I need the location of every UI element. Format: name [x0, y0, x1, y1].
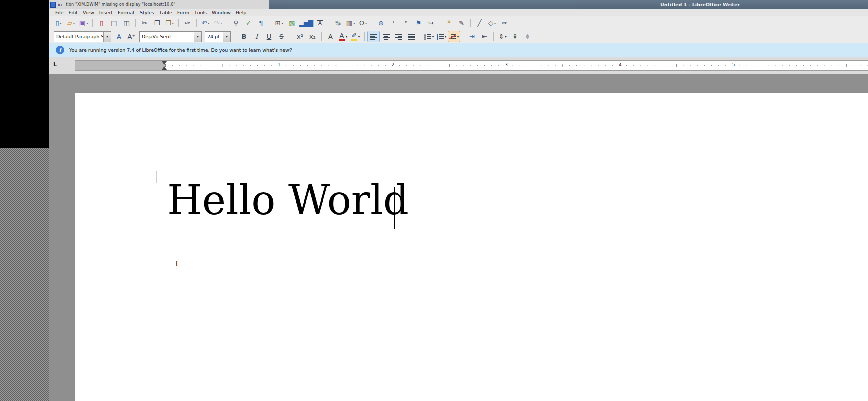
tab-stop-type-button[interactable]: L — [53, 62, 57, 67]
new-document-button[interactable]: ▯▾ — [53, 18, 64, 28]
menu-format[interactable]: Format — [115, 9, 137, 16]
left-indent-marker[interactable] — [162, 66, 167, 70]
menu-help[interactable]: Help — [233, 9, 249, 16]
font-size-select-dropdown[interactable]: ▾ — [223, 32, 230, 42]
paragraph-style-select-dropdown[interactable]: ▾ — [103, 32, 111, 42]
insert-line-button[interactable]: ╱ — [474, 18, 485, 28]
bold-button[interactable]: B — [238, 31, 250, 42]
insert-comment-button[interactable]: ❝ — [443, 18, 455, 28]
cut-button[interactable]: ✂ — [139, 18, 150, 28]
insert-table-dropdown[interactable]: ▾ — [281, 21, 283, 25]
paragraph-style-select[interactable]: Default Paragraph Style▾ — [54, 31, 111, 42]
spelling-button[interactable]: ✓ — [243, 18, 254, 28]
new-document-icon: ▯ — [55, 20, 59, 26]
font-size-select[interactable]: 24 pt▾ — [205, 31, 231, 42]
print-preview-button[interactable]: ◫ — [121, 18, 132, 28]
no-list-button[interactable]: ▾ — [448, 31, 460, 42]
underline-button[interactable]: U — [263, 31, 275, 42]
redo-dropdown[interactable]: ▾ — [220, 21, 222, 25]
document-page[interactable]: Hello World I — [75, 93, 868, 401]
insert-special-character-dropdown[interactable]: ▾ — [365, 21, 367, 25]
insert-special-character-button[interactable]: Ω▾ — [357, 18, 369, 28]
formatting-marks-button[interactable]: ¶ — [255, 18, 267, 28]
insert-image-button[interactable]: ▧ — [286, 18, 298, 28]
standard-toolbar: ▯▾▱▾▣▾▯▤◫✂❐❒▾✑↶▾↷▾⚲✓¶⊞▾▧▂▅▇A↹▦▾Ω▾⊕¹ⁿ⚑↪❝✎… — [49, 16, 868, 30]
highlight-color-button[interactable]: ✐▾ — [350, 31, 361, 42]
strikethrough-button[interactable]: S — [276, 31, 287, 42]
line-spacing-dropdown[interactable]: ▾ — [505, 35, 506, 38]
align-center-button[interactable] — [380, 31, 392, 42]
basic-shapes-button[interactable]: ◇▾ — [486, 18, 498, 28]
update-style-button[interactable]: A — [113, 31, 125, 42]
line-spacing-button[interactable]: ⇕▾ — [497, 31, 508, 42]
first-line-indent-marker[interactable] — [162, 61, 167, 65]
decrease-indent-button[interactable]: ⇤ — [479, 31, 490, 42]
background-window[interactable]: in tion "XIM.DWIM" missing on display "l… — [49, 0, 269, 9]
menu-table[interactable]: Table — [157, 9, 175, 16]
insert-bookmark-button[interactable]: ⚑ — [413, 18, 424, 28]
insert-endnote-button[interactable]: ⁿ — [400, 18, 412, 28]
new-style-button[interactable]: A⁺ — [126, 31, 137, 42]
insert-table-button[interactable]: ⊞▾ — [273, 18, 285, 28]
increase-paragraph-spacing-button[interactable]: ⇞ — [509, 31, 521, 42]
horizontal-ruler[interactable]: 12345 — [75, 60, 868, 71]
show-draw-functions-button[interactable]: ✏ — [499, 18, 510, 28]
clear-direct-formatting-icon: A — [328, 33, 333, 40]
export-pdf-button[interactable]: ▯ — [96, 18, 107, 28]
copy-button[interactable]: ❐ — [151, 18, 163, 28]
open-file-button[interactable]: ▱▾ — [65, 18, 77, 28]
align-right-button[interactable] — [393, 31, 404, 42]
ordered-list-dropdown[interactable]: ▾ — [445, 35, 446, 38]
clear-direct-formatting-button[interactable]: A — [325, 31, 336, 42]
menu-view[interactable]: View — [80, 9, 97, 16]
menu-edit[interactable]: Edit — [66, 9, 80, 16]
menubar: FileEditViewInsertFormatStylesTableFormT… — [49, 9, 868, 17]
titlebar[interactable]: Untitled 1 - LibreOffice Writer — [269, 0, 868, 9]
unordered-list-dropdown[interactable]: ▾ — [432, 35, 434, 38]
superscript-button[interactable]: x² — [294, 31, 306, 42]
paste-dropdown[interactable]: ▾ — [172, 21, 174, 25]
insert-page-break-button[interactable]: ↹ — [332, 18, 344, 28]
highlight-color-dropdown[interactable]: ▾ — [358, 35, 360, 38]
unordered-list-button[interactable]: ▾ — [423, 31, 435, 42]
find-and-replace-button[interactable]: ⚲ — [230, 18, 242, 28]
paste-button[interactable]: ❒▾ — [164, 18, 175, 28]
print-button[interactable]: ▤ — [108, 18, 120, 28]
insert-field-dropdown[interactable]: ▾ — [353, 21, 355, 25]
decrease-paragraph-spacing-button[interactable]: ⇟ — [522, 31, 533, 42]
no-list-dropdown[interactable]: ▾ — [457, 35, 459, 38]
save-dropdown[interactable]: ▾ — [86, 21, 88, 25]
font-color-dropdown[interactable]: ▾ — [346, 35, 347, 38]
insert-field-button[interactable]: ▦▾ — [345, 18, 356, 28]
save-button[interactable]: ▣▾ — [78, 18, 89, 28]
open-file-dropdown[interactable]: ▾ — [73, 21, 75, 25]
insert-cross-reference-button[interactable]: ↪ — [425, 18, 437, 28]
font-color-button[interactable]: A▾ — [337, 31, 349, 42]
track-changes-button[interactable]: ✎ — [456, 18, 467, 28]
menu-styles[interactable]: Styles — [137, 9, 157, 16]
undo-dropdown[interactable]: ▾ — [208, 21, 209, 25]
increase-indent-button[interactable]: ⇥ — [466, 31, 478, 42]
clone-formatting-button[interactable]: ✑ — [182, 18, 193, 28]
insert-hyperlink-button[interactable]: ⊕ — [375, 18, 387, 28]
insert-chart-button[interactable]: ▂▅▇ — [299, 18, 313, 28]
menu-form[interactable]: Form — [175, 9, 192, 16]
basic-shapes-dropdown[interactable]: ▾ — [494, 21, 496, 25]
menu-tools[interactable]: Tools — [192, 9, 209, 16]
toolbar-separator — [364, 32, 365, 41]
subscript-button[interactable]: x₂ — [307, 31, 318, 42]
ordered-list-button[interactable]: ▾ — [436, 31, 447, 42]
font-name-select-dropdown[interactable]: ▾ — [194, 32, 201, 42]
align-left-button[interactable] — [368, 31, 379, 42]
font-name-select[interactable]: DejaVu Serif▾ — [139, 31, 202, 42]
italic-button[interactable]: I — [251, 31, 262, 42]
new-document-dropdown[interactable]: ▾ — [60, 21, 62, 25]
insert-footnote-button[interactable]: ¹ — [388, 18, 399, 28]
menu-file[interactable]: File — [53, 9, 66, 16]
align-justify-button[interactable] — [405, 31, 417, 42]
menu-window[interactable]: Window — [209, 9, 233, 16]
menu-insert[interactable]: Insert — [97, 9, 115, 16]
insert-text-box-button[interactable]: A — [314, 18, 326, 28]
redo-button[interactable]: ↷▾ — [212, 18, 224, 28]
undo-button[interactable]: ↶▾ — [200, 18, 211, 28]
